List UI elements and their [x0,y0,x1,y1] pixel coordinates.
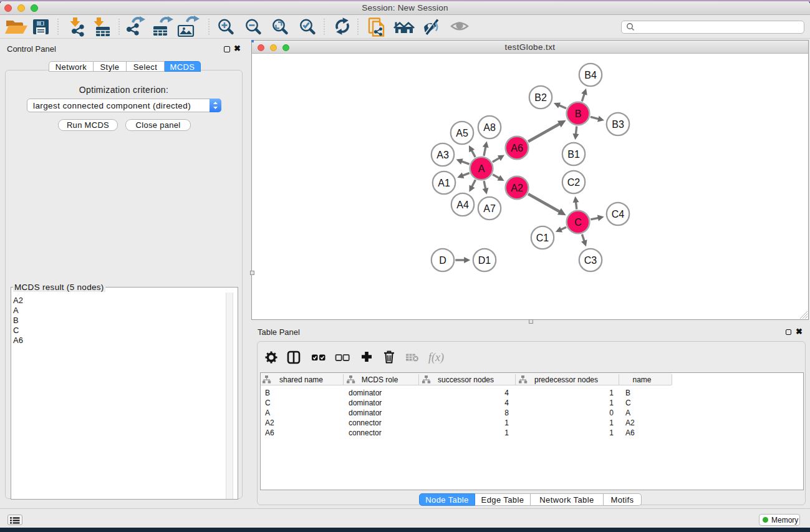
svg-text:C1: C1 [536,233,549,243]
svg-text:C3: C3 [584,255,597,266]
svg-text:A7: A7 [483,203,496,214]
svg-text:B3: B3 [612,119,624,130]
svg-text:B4: B4 [584,70,597,80]
svg-text:B1: B1 [567,149,580,160]
svg-text:B2: B2 [534,92,547,103]
svg-text:A4: A4 [456,200,469,210]
svg-text:C: C [574,217,582,228]
svg-text:A5: A5 [456,128,468,138]
svg-text:A8: A8 [483,122,496,133]
svg-text:C4: C4 [612,209,625,220]
svg-text:D: D [439,255,446,266]
svg-text:A1: A1 [438,178,450,188]
svg-text:D1: D1 [478,255,491,266]
svg-text:A2: A2 [511,183,523,193]
svg-text:A: A [478,163,485,174]
svg-text:f(x): f(x) [428,351,444,364]
svg-text:B: B [575,109,582,119]
svg-text:C2: C2 [567,177,581,188]
svg-text:A6: A6 [511,143,523,153]
svg-text:A3: A3 [436,150,449,160]
